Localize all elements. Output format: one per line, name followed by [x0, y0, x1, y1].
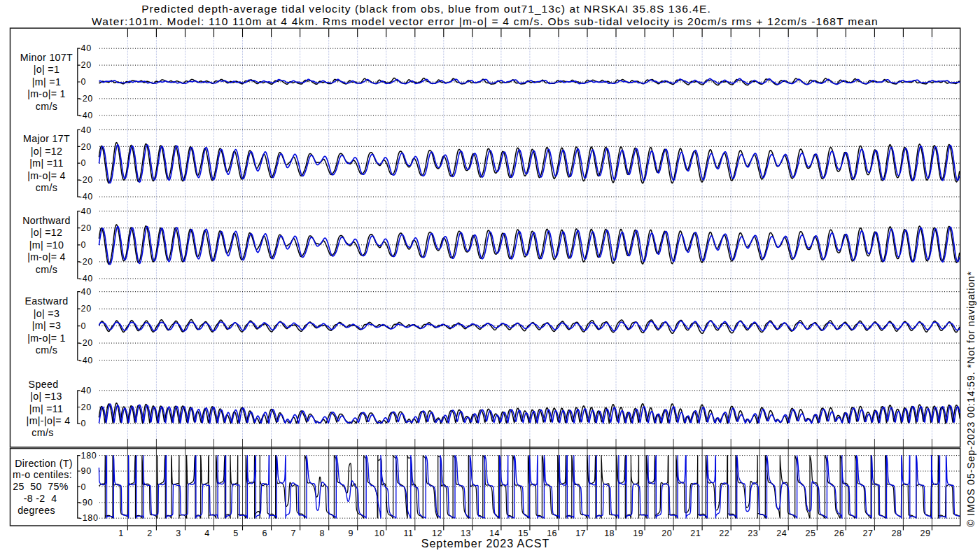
svg-text:18: 18 — [604, 528, 615, 538]
svg-text:-40: -40 — [79, 192, 93, 202]
svg-text:Northward: Northward — [22, 215, 71, 226]
svg-text:27: 27 — [863, 528, 874, 538]
svg-text:3: 3 — [176, 528, 181, 538]
svg-text:-20: -20 — [79, 338, 93, 348]
svg-text:40: 40 — [81, 287, 92, 297]
svg-text:cm/s: cm/s — [36, 344, 57, 356]
svg-text:16: 16 — [547, 528, 557, 538]
svg-text:20: 20 — [81, 60, 92, 70]
svg-text:cm/s: cm/s — [36, 182, 57, 193]
svg-text:21: 21 — [690, 528, 701, 538]
svg-text:cm/s: cm/s — [31, 427, 53, 438]
svg-text:-20: -20 — [79, 175, 93, 185]
svg-text:cm/s: cm/s — [36, 101, 57, 112]
svg-text:40: 40 — [81, 206, 92, 216]
svg-text:0: 0 — [81, 240, 87, 250]
svg-text:|m|-|o|= 4: |m|-|o|= 4 — [27, 415, 71, 426]
svg-text:8: 8 — [320, 528, 325, 538]
svg-text:40: 40 — [81, 125, 92, 135]
svg-text:2: 2 — [147, 528, 152, 538]
svg-text:-180: -180 — [79, 513, 99, 523]
svg-text:1: 1 — [118, 528, 123, 538]
svg-text:|m| =11: |m| =11 — [29, 403, 64, 414]
svg-text:degrees: degrees — [18, 505, 55, 516]
svg-text:0: 0 — [81, 482, 87, 492]
svg-text:September 2023 ACST: September 2023 ACST — [421, 538, 550, 550]
svg-text:cm/s: cm/s — [36, 264, 57, 275]
svg-text:-20: -20 — [79, 94, 93, 104]
svg-text:Predicted depth-average tidal: Predicted depth-average tidal velocity (… — [141, 3, 711, 15]
svg-text:17: 17 — [575, 528, 586, 538]
svg-text:|m-o|= 4: |m-o|= 4 — [27, 170, 66, 181]
svg-text:|m-o|= 1: |m-o|= 1 — [27, 88, 66, 99]
svg-text:© IMOS 05-Sep-2023 00:14:59. *: © IMOS 05-Sep-2023 00:14:59. *Not for na… — [965, 271, 976, 527]
svg-text:19: 19 — [633, 528, 643, 538]
svg-text:-20: -20 — [79, 257, 93, 267]
svg-text:20: 20 — [81, 223, 92, 233]
svg-text:Direction (T): Direction (T) — [15, 458, 73, 469]
svg-text:13: 13 — [461, 528, 471, 538]
svg-text:0: 0 — [81, 77, 87, 87]
svg-text:|o| =3: |o| =3 — [34, 308, 59, 319]
svg-text:|m| =3: |m| =3 — [32, 320, 61, 331]
svg-text:-40: -40 — [79, 274, 93, 284]
svg-text:40: 40 — [81, 386, 92, 396]
svg-text:|m| =10: |m| =10 — [29, 239, 64, 251]
svg-text:Speed: Speed — [29, 379, 59, 390]
svg-text:Minor 107T: Minor 107T — [20, 52, 73, 63]
svg-text:-8 -2 4: -8 -2 4 — [24, 493, 57, 504]
svg-text:12: 12 — [432, 528, 442, 538]
svg-text:5: 5 — [233, 528, 238, 538]
svg-text:|m| =11: |m| =11 — [29, 158, 64, 169]
svg-text:|o| =12: |o| =12 — [31, 146, 63, 157]
svg-text:0: 0 — [81, 158, 87, 168]
svg-text:29: 29 — [920, 528, 931, 538]
svg-text:0: 0 — [81, 419, 87, 428]
svg-text:40: 40 — [81, 43, 92, 53]
svg-text:26: 26 — [834, 528, 844, 538]
svg-text:11: 11 — [403, 528, 413, 538]
svg-text:23: 23 — [748, 528, 758, 538]
svg-text:Eastward: Eastward — [25, 295, 69, 307]
svg-text:15: 15 — [518, 528, 528, 538]
svg-text:7: 7 — [290, 528, 295, 538]
svg-text:|m| =1: |m| =1 — [32, 76, 61, 88]
svg-text:25: 25 — [805, 528, 816, 538]
svg-text:|m-o|= 4: |m-o|= 4 — [27, 251, 66, 262]
svg-text:0: 0 — [81, 321, 87, 331]
svg-text:m-o centiles:: m-o centiles: — [13, 469, 72, 480]
svg-text:|o| =12: |o| =12 — [31, 227, 63, 238]
svg-text:4: 4 — [204, 528, 209, 538]
svg-text:Water:101m. Model: 110 110m at: Water:101m. Model: 110 110m at 4 4km. Rm… — [92, 15, 878, 27]
svg-text:25 50 75%: 25 50 75% — [13, 481, 69, 492]
svg-text:9: 9 — [349, 528, 354, 538]
svg-text:28: 28 — [892, 528, 902, 538]
svg-text:14: 14 — [489, 528, 500, 538]
svg-text:|m-o|= 1: |m-o|= 1 — [27, 332, 66, 344]
svg-text:|o| =13: |o| =13 — [30, 391, 62, 402]
svg-text:6: 6 — [262, 528, 267, 538]
svg-text:20: 20 — [81, 402, 92, 412]
svg-text:24: 24 — [776, 528, 787, 538]
svg-text:|o| =1: |o| =1 — [34, 64, 59, 75]
svg-text:-40: -40 — [79, 356, 93, 365]
svg-text:-90: -90 — [79, 498, 93, 507]
svg-text:-40: -40 — [79, 111, 93, 120]
svg-text:90: 90 — [81, 466, 92, 476]
svg-text:22: 22 — [719, 528, 729, 538]
svg-text:20: 20 — [81, 142, 92, 152]
svg-text:Major 17T: Major 17T — [23, 133, 70, 144]
svg-text:10: 10 — [374, 528, 385, 538]
svg-text:20: 20 — [662, 528, 672, 538]
svg-text:180: 180 — [81, 451, 97, 461]
svg-text:20: 20 — [81, 304, 92, 314]
